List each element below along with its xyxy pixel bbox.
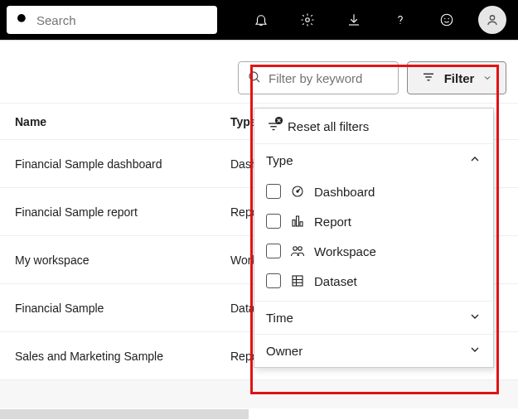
svg-point-26 [298,247,303,251]
type-options: Dashboard Report Workspace Dataset [254,176,493,301]
chevron-down-icon [468,343,482,359]
checkbox[interactable] [266,214,281,229]
filter-icon [421,70,436,87]
filter-section-time[interactable]: Time [254,301,493,334]
account-avatar[interactable] [478,6,506,34]
reset-icon [266,118,281,133]
cell-name: Financial Sample report [15,205,230,219]
filter-panel: Reset all filters Type Dashboard Report [254,108,494,368]
svg-point-25 [293,247,298,251]
feedback-icon[interactable] [427,0,467,40]
svg-rect-22 [293,220,295,227]
svg-point-7 [490,16,494,20]
option-label: Dashboard [314,185,375,199]
filter-keyword[interactable] [238,61,399,94]
dashboard-icon [289,183,306,200]
col-header-name[interactable]: Name [15,115,230,128]
checkbox[interactable] [266,244,281,258]
option-label: Report [314,215,351,229]
svg-point-3 [399,23,400,24]
svg-point-0 [17,14,26,22]
svg-point-21 [297,191,298,192]
svg-rect-24 [300,222,303,226]
filter-section-owner[interactable]: Owner [254,334,493,367]
search-icon [15,12,30,29]
type-option-dataset[interactable]: Dataset [266,273,482,289]
download-icon[interactable] [334,0,374,40]
filter-button-label: Filter [444,71,475,85]
cell-name: Financial Sample [15,302,230,315]
option-label: Dataset [314,274,357,288]
dataset-icon [289,273,306,289]
svg-point-6 [448,18,449,19]
cell-name: My workspace [15,253,230,267]
chevron-up-icon [468,152,482,168]
type-option-report[interactable]: Report [266,213,482,229]
svg-line-1 [24,21,27,24]
notifications-icon[interactable] [241,0,281,40]
cell-name: Sales and Marketing Sample [15,350,230,363]
h-scrollbar-thumb[interactable] [0,409,249,419]
global-search[interactable] [7,6,217,34]
section-label: Owner [266,344,303,358]
checkbox[interactable] [266,184,281,199]
svg-point-4 [441,14,453,26]
type-option-dashboard[interactable]: Dashboard [266,183,482,200]
toolbar: Filter [0,41,518,103]
chevron-down-icon [482,71,492,85]
workspace-icon [289,243,306,259]
checkbox[interactable] [266,273,281,288]
option-label: Workspace [314,244,376,258]
report-icon [289,213,306,229]
help-icon[interactable] [380,0,420,40]
section-label: Type [266,153,293,167]
filter-section-type[interactable]: Type [254,143,493,176]
reset-label: Reset all filters [288,119,369,133]
settings-icon[interactable] [288,0,327,40]
filter-button[interactable]: Filter [407,61,506,94]
section-label: Time [266,311,293,325]
search-icon [247,70,262,87]
filter-keyword-input[interactable] [269,71,426,85]
svg-point-2 [306,18,310,22]
svg-point-5 [444,18,445,19]
type-option-workspace[interactable]: Workspace [266,243,482,259]
global-search-input[interactable] [36,13,209,27]
chevron-down-icon [468,310,482,326]
svg-rect-27 [293,276,303,286]
svg-rect-23 [297,216,299,226]
h-scrollbar[interactable] [0,408,518,420]
svg-line-9 [256,79,259,82]
reset-all-filters[interactable]: Reset all filters [254,109,493,143]
topbar [0,0,518,40]
cell-name: Financial Sample dashboard [15,157,230,171]
